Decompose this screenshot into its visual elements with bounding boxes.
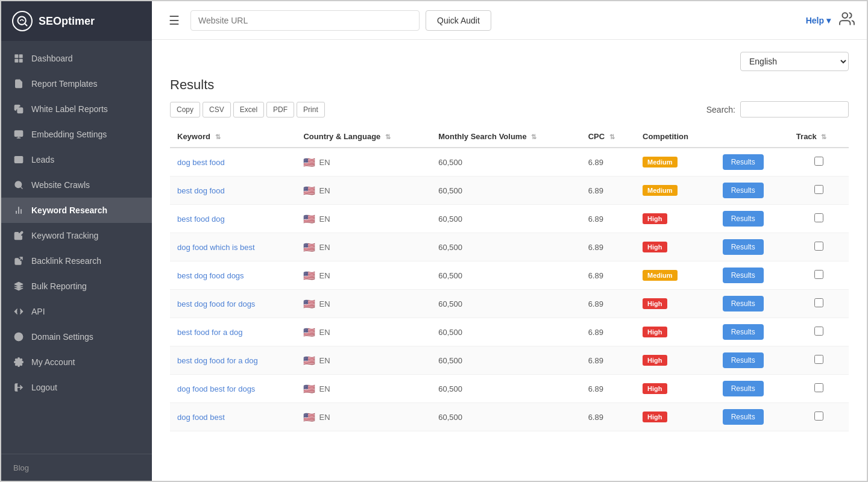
results-button[interactable]: Results [723,239,764,255]
sidebar-item-keyword-research[interactable]: Keyword Research [1,198,152,223]
sidebar-item-logout[interactable]: Logout [1,375,152,400]
cell-competition: High [635,318,715,346]
cell-results-action: Results [715,290,789,318]
lang-code: EN [319,384,330,393]
cell-track [789,205,849,233]
sidebar-item-bulk-reporting[interactable]: Bulk Reporting [1,274,152,299]
results-button[interactable]: Results [723,154,764,170]
sidebar-item-leads[interactable]: Leads [1,147,152,172]
cell-country-language: 🇺🇸 EN [296,177,431,205]
track-checkbox[interactable] [814,355,823,364]
sidebar-item-white-label-reports[interactable]: White Label Reports [1,96,152,122]
cell-competition: Medium [635,177,715,205]
results-button[interactable]: Results [723,211,764,227]
results-button[interactable]: Results [723,296,764,311]
competition-badge: High [643,242,667,252]
search-input[interactable] [740,101,849,117]
sidebar-item-label: Domain Settings [31,332,93,342]
col-search-volume[interactable]: Monthly Search Volume ⇅ [431,126,580,148]
track-checkbox[interactable] [814,327,823,336]
table-header: Keyword ⇅ Country & Language ⇅ Monthly S… [170,126,849,148]
col-competition[interactable]: Competition [635,126,715,148]
cell-keyword: dog food which is best [170,233,296,261]
sidebar-item-report-templates[interactable]: Report Templates [1,71,152,96]
table-row: best dog food for a dog 🇺🇸 EN 60,500 6.8… [170,346,849,375]
table-row: dog best food 🇺🇸 EN 60,500 6.89 Medium R… [170,148,849,177]
svg-rect-5 [19,59,22,62]
sidebar-item-embedding-settings[interactable]: Embedding Settings [1,122,152,147]
url-input[interactable] [190,10,420,31]
table-row: best food dog 🇺🇸 EN 60,500 6.89 High Res… [170,205,849,233]
users-icon[interactable] [839,11,855,30]
col-keyword[interactable]: Keyword ⇅ [170,126,296,148]
col-country-language[interactable]: Country & Language ⇅ [296,126,431,148]
cell-results-action: Results [715,403,789,431]
globe-icon [13,331,24,342]
language-select[interactable]: English French German Spanish Italian [740,52,849,71]
sidebar-item-label: Dashboard [31,54,73,63]
lang-code: EN [319,186,330,195]
cell-track [789,403,849,431]
results-button[interactable]: Results [723,183,764,198]
cell-keyword: dog best food [170,148,296,177]
col-track[interactable]: Track ⇅ [789,126,849,148]
cell-competition: High [635,375,715,403]
cell-cpc: 6.89 [581,233,635,261]
sidebar-item-label: Keyword Tracking [31,231,98,240]
col-results-action [715,126,789,148]
sidebar-item-keyword-tracking[interactable]: Keyword Tracking [1,223,152,248]
pdf-button[interactable]: PDF [266,102,294,117]
sidebar-item-dashboard[interactable]: Dashboard [1,46,152,71]
excel-button[interactable]: Excel [233,102,264,117]
cell-competition: High [635,205,715,233]
blog-link[interactable]: Blog [13,463,29,472]
help-button[interactable]: Help ▾ [806,16,831,25]
copy-icon [13,104,24,114]
results-button[interactable]: Results [723,268,764,283]
track-checkbox[interactable] [814,157,823,166]
flag-icon: 🇺🇸 [303,157,315,168]
sidebar-item-domain-settings[interactable]: Domain Settings [1,324,152,349]
results-button[interactable]: Results [723,409,764,425]
language-row: English French German Spanish Italian [170,52,849,71]
track-checkbox[interactable] [814,242,823,251]
col-label: CPC [588,132,605,141]
cell-country-language: 🇺🇸 EN [296,148,431,177]
track-checkbox[interactable] [814,412,823,421]
mail-icon [13,154,24,165]
menu-button[interactable]: ☰ [164,11,184,30]
cell-search-volume: 60,500 [431,233,580,261]
nav-list: Dashboard Report Templates White Label R… [1,41,152,454]
cell-competition: High [635,233,715,261]
print-button[interactable]: Print [297,102,325,117]
copy-button[interactable]: Copy [170,102,200,117]
flag-icon: 🇺🇸 [303,185,315,196]
col-cpc[interactable]: CPC ⇅ [581,126,635,148]
table-row: best food for a dog 🇺🇸 EN 60,500 6.89 Hi… [170,318,849,346]
results-button[interactable]: Results [723,324,764,340]
track-checkbox[interactable] [814,185,823,194]
quick-audit-button[interactable]: Quick Audit [426,10,491,31]
sidebar-item-website-crawls[interactable]: Website Crawls [1,172,152,198]
sidebar-item-label: Embedding Settings [31,130,107,139]
cell-search-volume: 60,500 [431,318,580,346]
competition-badge: High [643,412,667,422]
sidebar: SEOptimer Dashboard Report Templates Whi… [1,1,152,481]
logo-text: SEOptimer [39,15,95,28]
table-body: dog best food 🇺🇸 EN 60,500 6.89 Medium R… [170,148,849,431]
results-button[interactable]: Results [723,352,764,368]
sort-icon-cpc: ⇅ [609,133,615,140]
track-checkbox[interactable] [814,383,823,392]
cell-track [789,261,849,290]
competition-badge: Medium [643,157,678,167]
sidebar-item-api[interactable]: API [1,299,152,324]
results-button[interactable]: Results [723,381,764,396]
track-checkbox[interactable] [814,270,823,279]
settings-icon [13,357,24,368]
cell-results-action: Results [715,233,789,261]
track-checkbox[interactable] [814,298,823,307]
sidebar-item-my-account[interactable]: My Account [1,349,152,375]
track-checkbox[interactable] [814,213,823,222]
csv-button[interactable]: CSV [203,102,231,117]
sidebar-item-backlink-research[interactable]: Backlink Research [1,248,152,274]
